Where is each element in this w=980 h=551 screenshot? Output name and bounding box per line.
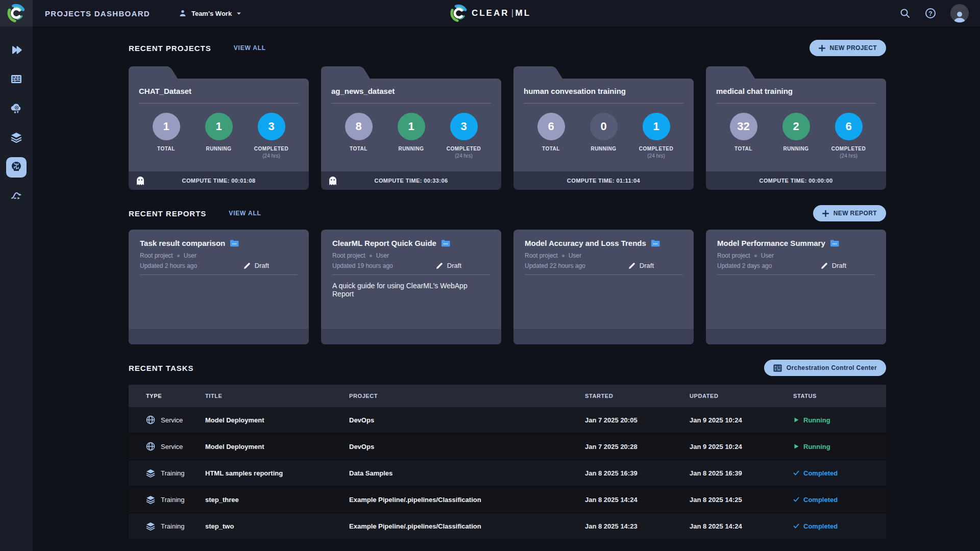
report-folder-icon (441, 239, 450, 247)
report-card[interactable]: Model Accuracy and Loss Trends Root proj… (513, 230, 694, 344)
stat-circle: 1 COMPLETED (24 hrs) (634, 113, 678, 159)
task-updated: Jan 9 2025 10:24 (690, 416, 793, 424)
task-row[interactable]: Service Model Deployment DevOps Jan 7 20… (129, 434, 886, 460)
bullet-separator (562, 255, 565, 257)
task-project[interactable]: Example Pipeline/.pipelines/Classificati… (349, 522, 585, 530)
sidebar-item-autoscaler-cloud[interactable] (6, 99, 27, 119)
task-updated: Jan 9 2025 10:24 (690, 443, 793, 450)
stat-value: 3 (450, 113, 478, 140)
clearml-logo-icon (6, 3, 27, 23)
task-status-text: Completed (803, 496, 838, 504)
compute-time-value: 01:11:04 (617, 178, 641, 184)
new-report-button[interactable]: NEW REPORT (813, 205, 886, 221)
project-name[interactable]: medical chat training (716, 87, 876, 95)
report-card[interactable]: ClearML Report Quick Guide Root project … (321, 230, 501, 344)
task-type: Service (161, 416, 183, 424)
task-title[interactable]: Model Deployment (205, 443, 349, 450)
task-title[interactable]: HTML samples reporting (205, 469, 349, 477)
column-header-started: STARTED (585, 393, 690, 399)
orchestration-control-center-button[interactable]: Orchestration Control Center (764, 360, 886, 376)
stat-value: 32 (730, 113, 757, 140)
task-row[interactable]: Training HTML samples reporting Data Sam… (129, 460, 886, 487)
project-card[interactable]: ag_news_dataset 8 TOTAL 1 RUNNING 3 COMP… (321, 66, 501, 190)
report-card[interactable]: Model Performance Summary Root project U… (706, 230, 886, 344)
sidebar-item-model-brain[interactable] (6, 157, 27, 178)
project-card[interactable]: CHAT_Dataset 1 TOTAL 1 RUNNING 3 COMPLET… (129, 66, 309, 190)
project-name[interactable]: ag_news_dataset (331, 87, 491, 95)
pipelines-icon (10, 189, 22, 204)
stat-value: 8 (345, 113, 373, 140)
tasks-section-header: RECENT TASKS Orchestration Control Cente… (129, 360, 886, 376)
task-title[interactable]: step_two (205, 522, 349, 530)
tasks-table-header: TYPETITLEPROJECTSTARTEDUPDATEDSTATUS (129, 385, 886, 407)
task-project[interactable]: DevOps (349, 443, 585, 450)
brand-logo: CLEAR ML (449, 0, 531, 27)
stat-circle: 3 COMPLETED (24 hrs) (250, 113, 293, 159)
sidebar-item-projects[interactable] (6, 41, 27, 61)
sidebar-item-pipelines[interactable] (6, 186, 27, 207)
brand-clear: CLEAR (472, 8, 509, 18)
compute-time-value: 00:01:08 (231, 178, 255, 184)
project-card[interactable]: human convesation training 6 TOTAL 0 RUN… (513, 66, 694, 190)
brand-separator (512, 9, 513, 17)
report-updated: Updated 2 hours ago (140, 262, 197, 269)
stat-circle: 0 RUNNING (582, 113, 626, 159)
stat-label: COMPLETED (831, 146, 866, 152)
report-title[interactable]: Model Performance Summary (717, 239, 825, 247)
report-status-badge: Draft (447, 262, 461, 269)
reports-view-all-link[interactable]: VIEW ALL (229, 210, 261, 217)
project-name[interactable]: human convesation training (524, 87, 683, 95)
stat-circle: 1 RUNNING (197, 113, 241, 159)
project-card[interactable]: medical chat training 32 TOTAL 2 RUNNING… (706, 66, 886, 190)
project-name[interactable]: CHAT_Dataset (139, 87, 299, 95)
task-row[interactable]: Training step_two Example Pipeline/.pipe… (129, 513, 886, 540)
report-card[interactable]: Task result comparison Root project User… (129, 230, 309, 344)
new-project-button[interactable]: NEW PROJECT (810, 40, 886, 56)
workspace-selector[interactable]: Team's Work (179, 9, 241, 17)
project-footer: COMPUTE TIME: 00:00:00 (706, 171, 886, 190)
report-title[interactable]: Task result comparison (140, 239, 225, 247)
stat-value: 1 (643, 113, 670, 140)
user-avatar[interactable] (950, 4, 969, 22)
task-row[interactable]: Service Model Deployment DevOps Jan 7 20… (129, 407, 886, 434)
report-title[interactable]: Model Accuracy and Loss Trends (525, 239, 646, 247)
task-project[interactable]: Data Samples (349, 469, 585, 477)
report-cards-grid: Task result comparison Root project User… (129, 230, 886, 344)
help-icon[interactable]: ? (925, 8, 936, 19)
report-project: Root project (140, 252, 173, 259)
task-started: Jan 8 2025 14:24 (585, 496, 690, 504)
compute-time-label: COMPUTE TIME: (182, 178, 230, 184)
projects-view-all-link[interactable]: VIEW ALL (234, 44, 266, 52)
task-started: Jan 7 2025 20:05 (585, 416, 690, 424)
app-logo[interactable] (0, 0, 33, 27)
projects-section-header: RECENT PROJECTS VIEW ALL NEW PROJECT (129, 40, 886, 56)
search-icon[interactable] (899, 8, 911, 19)
report-author: User (184, 252, 197, 259)
task-project[interactable]: Example Pipeline/.pipelines/Classificati… (349, 496, 585, 504)
report-card-footer (129, 329, 309, 344)
report-status-badge: Draft (255, 262, 269, 269)
stat-sublabel: (24 hrs) (455, 153, 472, 159)
project-stats: 6 TOTAL 0 RUNNING 1 COMPLETED (24 hrs) (524, 104, 683, 159)
sidebar-item-workers-queues[interactable] (6, 70, 27, 90)
reports-section-header: RECENT REPORTS VIEW ALL NEW REPORT (129, 205, 886, 221)
model-brain-icon (10, 160, 22, 174)
project-stats: 8 TOTAL 1 RUNNING 3 COMPLETED (24 hrs) (331, 104, 491, 159)
sidebar-item-datasets-layers[interactable] (6, 128, 27, 148)
stat-circle: 1 RUNNING (389, 113, 433, 159)
avatar-person-icon (953, 10, 966, 22)
check-icon (793, 496, 799, 503)
task-row[interactable]: Training step_three Example Pipeline/.pi… (129, 487, 886, 513)
task-title[interactable]: Model Deployment (205, 416, 349, 424)
task-status: Running (793, 416, 886, 424)
sidebar-nav (0, 27, 33, 551)
server-grid-icon (773, 364, 782, 372)
report-title[interactable]: ClearML Report Quick Guide (332, 239, 436, 247)
stat-circle: 6 TOTAL (529, 113, 573, 159)
stat-label: COMPLETED (639, 146, 673, 152)
task-title[interactable]: step_three (205, 496, 349, 504)
plus-icon (819, 45, 825, 52)
task-status: Completed (793, 496, 886, 504)
compute-time-value: 00:00:00 (808, 178, 832, 184)
task-project[interactable]: DevOps (349, 416, 585, 424)
